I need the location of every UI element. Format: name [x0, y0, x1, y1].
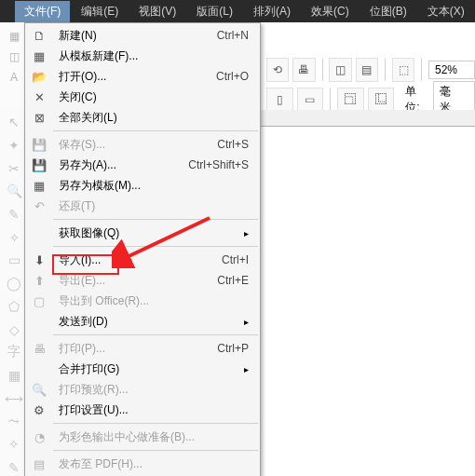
- acquire-icon: [29, 224, 49, 241]
- menu-view[interactable]: 视图(V): [129, 1, 185, 22]
- tool-rect[interactable]: ▭: [3, 252, 25, 269]
- tool-freehand[interactable]: ✎: [3, 206, 25, 224]
- tool-connector[interactable]: ⤳: [3, 413, 25, 430]
- submenu-arrow-icon: ▸: [244, 364, 252, 374]
- menu-item-save-template[interactable]: ▦ 另存为模板(M)...: [25, 175, 260, 196]
- tool-table[interactable]: ▦: [3, 367, 25, 385]
- menu-item-print[interactable]: 🖶 打印(P)... Ctrl+P: [25, 338, 260, 359]
- export-icon: ⬆: [29, 272, 49, 289]
- tool-polygon[interactable]: ⬠: [3, 298, 25, 316]
- menu-item-save-as[interactable]: 💾 另存为(A)... Ctrl+Shift+S: [25, 155, 260, 175]
- separator: [53, 219, 258, 220]
- separator: [53, 423, 258, 424]
- menu-item-export[interactable]: ⬆ 导出(E)... Ctrl+E: [25, 270, 260, 291]
- tb-btn-1[interactable]: ⟲: [266, 58, 289, 82]
- close-all-icon: ⊠: [29, 109, 49, 126]
- zoom-input[interactable]: 52%: [428, 61, 475, 79]
- separator: [53, 450, 258, 451]
- separator: [53, 334, 258, 335]
- tool-smart[interactable]: ⟡: [3, 228, 25, 246]
- menu-item-send-to[interactable]: 发送到(D) ▸: [25, 311, 260, 332]
- tb-btn-2[interactable]: 🖶: [292, 58, 315, 82]
- menu-item-export-office[interactable]: ▢ 导出到 Office(R)...: [25, 291, 260, 311]
- separator: [330, 88, 331, 111]
- separator: [385, 59, 386, 81]
- menu-item-revert[interactable]: ↶ 还原(T): [25, 196, 260, 216]
- tb-btn-5[interactable]: ⬚: [392, 58, 414, 82]
- menubar: 文件(F) 编辑(E) 视图(V) 版面(L) 排列(A) 效果(C) 位图(B…: [0, 0, 475, 22]
- tool-dimension[interactable]: ⟷: [3, 389, 25, 407]
- a-icon: A: [10, 71, 18, 84]
- tb-btn-4[interactable]: ▤: [356, 58, 378, 82]
- submenu-arrow-icon: ▸: [244, 317, 252, 327]
- send-icon: [29, 313, 49, 330]
- export-office-icon: ▢: [29, 292, 49, 309]
- new-icon: 🗋: [29, 27, 49, 44]
- menu-item-print-setup[interactable]: ⚙ 打印设置(U)...: [25, 400, 260, 420]
- save-as-icon: 💾: [29, 156, 49, 173]
- menu-effects[interactable]: 效果(C): [302, 1, 359, 22]
- merge-print-icon: [29, 360, 49, 377]
- menu-item-new-template[interactable]: ▦ 从模板新建(F)...: [25, 46, 260, 66]
- menu-item-color-output[interactable]: ◔ 为彩色输出中心做准备(B)...: [25, 427, 260, 447]
- close-icon: ✕: [29, 88, 49, 105]
- save-tpl-icon: ▦: [29, 177, 49, 194]
- orient-portrait[interactable]: ▯: [266, 88, 293, 112]
- tool-shape[interactable]: ✦: [3, 137, 25, 155]
- pages-btn-1[interactable]: ⿹: [337, 88, 364, 112]
- menu-file[interactable]: 文件(F): [15, 1, 70, 22]
- pdf-icon: ▤: [29, 456, 49, 472]
- import-icon: ⬇: [29, 252, 49, 268]
- menu-item-save[interactable]: 💾 保存(S)... Ctrl+S: [25, 134, 260, 155]
- print-icon: 🖶: [29, 340, 49, 357]
- template-icon: ▦: [29, 48, 49, 64]
- tool-pick[interactable]: ↖: [3, 114, 25, 131]
- revert-icon: ↶: [29, 197, 49, 214]
- menu-bitmap[interactable]: 位图(B): [360, 1, 416, 22]
- tool-basic[interactable]: ◇: [3, 320, 25, 338]
- tool-crop[interactable]: ✂: [3, 159, 25, 177]
- doc-icon: ◫: [9, 50, 20, 63]
- menu-edit[interactable]: 编辑(E): [72, 1, 128, 22]
- print-setup-icon: ⚙: [29, 401, 49, 418]
- tool-zoom[interactable]: 🔍: [3, 183, 25, 200]
- pages-btn-2[interactable]: ⿺: [368, 88, 395, 112]
- menu-text[interactable]: 文本(X): [418, 1, 474, 22]
- color-icon: ◔: [29, 428, 49, 445]
- file-menu-dropdown: 🗋 新建(N) Ctrl+N ▦ 从模板新建(F)... 📂 打开(O)... …: [24, 22, 261, 476]
- open-icon: 📂: [29, 68, 49, 85]
- save-icon: 💾: [29, 136, 49, 153]
- separator: [421, 59, 422, 81]
- tb-btn-3[interactable]: ◫: [329, 58, 351, 82]
- orient-landscape[interactable]: ▭: [297, 88, 324, 112]
- tool-ellipse[interactable]: ◯: [3, 275, 25, 292]
- submenu-arrow-icon: ▸: [244, 228, 252, 238]
- app-icon: ▦: [9, 30, 20, 43]
- tool-eyedrop[interactable]: ✎: [3, 458, 25, 476]
- menu-item-acquire-image[interactable]: 获取图像(Q) ▸: [25, 223, 260, 243]
- menu-item-publish-pdf[interactable]: ▤ 发布至 PDF(H)...: [25, 454, 260, 474]
- separator: [322, 59, 323, 81]
- tool-effects[interactable]: ✧: [3, 436, 25, 454]
- menu-arrange[interactable]: 排列(A): [244, 1, 300, 22]
- preview-icon: 🔍: [29, 381, 49, 398]
- menu-item-new[interactable]: 🗋 新建(N) Ctrl+N: [25, 25, 260, 46]
- menu-layout[interactable]: 版面(L): [187, 1, 242, 22]
- menu-item-import[interactable]: ⬇ 导入(I)... Ctrl+I: [25, 250, 260, 270]
- separator: [53, 246, 258, 247]
- tool-text[interactable]: 字: [3, 344, 25, 361]
- separator: [53, 130, 258, 131]
- menu-item-open[interactable]: 📂 打开(O)... Ctrl+O: [25, 66, 260, 87]
- menu-item-merge-print[interactable]: 合并打印(G) ▸: [25, 359, 260, 379]
- menu-item-print-preview[interactable]: 🔍 打印预览(R)...: [25, 379, 260, 400]
- menu-item-close-all[interactable]: ⊠ 全部关闭(L): [25, 107, 260, 128]
- menu-item-close[interactable]: ✕ 关闭(C): [25, 87, 260, 107]
